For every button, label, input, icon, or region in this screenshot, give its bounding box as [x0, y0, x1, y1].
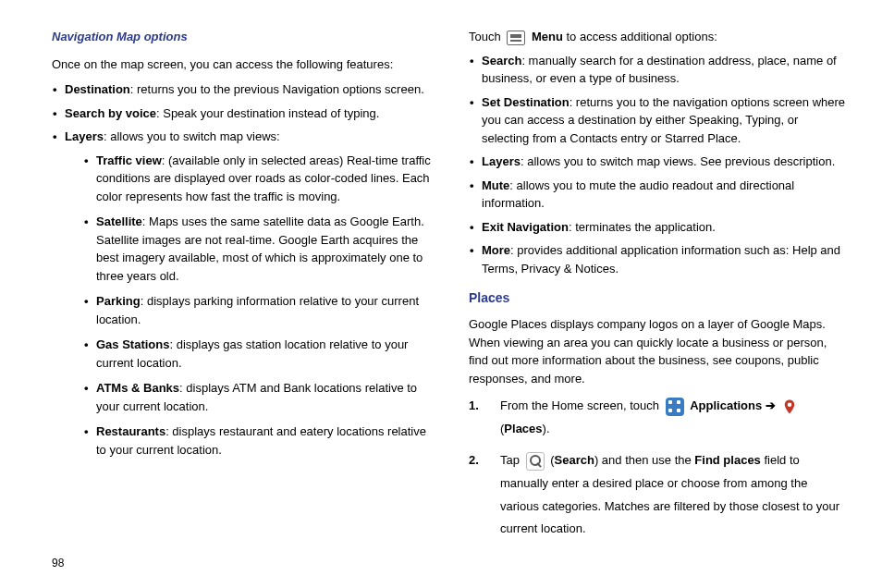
menu-icon [507, 31, 525, 45]
places-steps: 1. From the Home screen, touch Applicati… [469, 395, 849, 541]
list-item: Layers: allows you to switch map views. … [469, 153, 849, 171]
list-item: ATMs & Banks: displays ATM and Bank loca… [83, 379, 432, 415]
list-item: Parking: displays parking information re… [83, 292, 432, 328]
list-item: Destination: returns you to the previous… [52, 80, 432, 99]
nav-map-options-heading: Navigation Map options [52, 28, 432, 46]
nav-intro: Once on the map screen, you can access t… [52, 55, 432, 74]
search-icon [526, 452, 545, 471]
step-item: 1. From the Home screen, touch Applicati… [469, 395, 849, 440]
list-item: Set Destination: returns you to the navi… [469, 93, 849, 148]
step-item: 2. Tap (Search) and then use the Find pl… [469, 449, 849, 541]
list-item: Exit Navigation: terminates the applicat… [469, 218, 849, 237]
places-icon [781, 398, 798, 415]
list-item: More: provides additional application in… [469, 241, 849, 277]
left-column: Navigation Map options Once on the map s… [52, 28, 432, 550]
places-intro: Google Places displays company logos on … [469, 315, 849, 387]
page-number: 98 [52, 555, 64, 571]
list-item: Search by voice: Speak your destination … [52, 104, 432, 123]
list-item: Restaurants: displays restaurant and eat… [83, 423, 432, 459]
list-item: Layers: allows you to switch map views: [52, 128, 432, 146]
touch-menu-line: Touch Menu to access additional options: [469, 28, 849, 46]
list-item: Gas Stations: displays gas station locat… [83, 336, 432, 372]
list-item: Traffic view: (available only in selecte… [83, 152, 432, 206]
list-item: Satellite: Maps uses the same satellite … [83, 213, 432, 285]
layers-sublist: Traffic view: (available only in selecte… [83, 152, 432, 459]
list-item: Mute: allows you to mute the audio reado… [469, 177, 849, 213]
places-heading: Places [469, 288, 849, 308]
list-item: Search: manually search for a destinatio… [469, 52, 849, 88]
right-column: Touch Menu to access additional options:… [469, 28, 849, 550]
menu-options-list: Search: manually search for a destinatio… [469, 52, 849, 278]
applications-icon [666, 398, 684, 416]
nav-bullet-list: Destination: returns you to the previous… [52, 80, 432, 146]
